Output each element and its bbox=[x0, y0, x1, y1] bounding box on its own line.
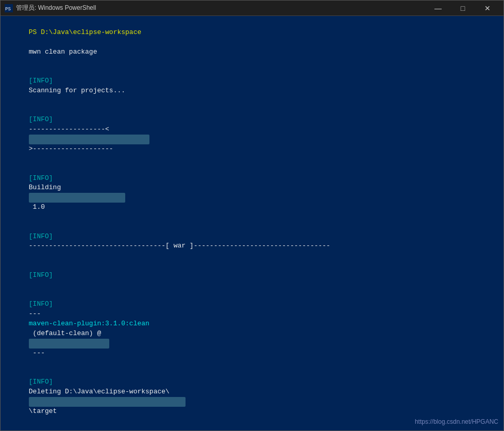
deleting-text: Deleting D:\Java\eclipse-workspace\ bbox=[29, 388, 170, 395]
output-blank-1: [INFO] bbox=[5, 261, 499, 290]
command-text: mwn clean package bbox=[29, 48, 97, 56]
separator-1b: >-------------------- bbox=[29, 145, 113, 153]
info-tag-2: [INFO] bbox=[29, 115, 57, 123]
output-line-4: [INFO] ---------------------------------… bbox=[5, 222, 499, 261]
blurred-2 bbox=[29, 193, 125, 203]
svg-text:PS: PS bbox=[5, 7, 11, 12]
info-tag-1: [INFO] bbox=[29, 77, 57, 85]
output-blank-2: [INFO] bbox=[5, 426, 499, 430]
clean-default: (default-clean) @ bbox=[29, 329, 105, 337]
powershell-window: PS 管理员: Windows PowerShell — □ ✕ PS D:\J… bbox=[0, 0, 504, 431]
info-tag-5: [INFO] bbox=[29, 300, 57, 308]
separator-1: -------------------< bbox=[29, 125, 109, 133]
blurred-1 bbox=[29, 135, 149, 144]
clean-dash: --- bbox=[29, 349, 45, 357]
title-bar: PS 管理员: Windows PowerShell — □ ✕ bbox=[1, 1, 503, 16]
separator-2: ----------------------------------[ war … bbox=[29, 242, 330, 250]
info-tag-6: [INFO] bbox=[29, 378, 57, 386]
building-text: Building bbox=[29, 184, 65, 191]
window-title: 管理员: Windows PowerShell bbox=[16, 4, 96, 12]
watermark: https://blog.csdn.net/HPGANC bbox=[415, 418, 498, 425]
scanning-text: Scanning for projects... bbox=[29, 87, 125, 94]
close-button[interactable]: ✕ bbox=[476, 1, 499, 16]
info-tag-blank1: [INFO] bbox=[29, 271, 53, 279]
maximize-button[interactable]: □ bbox=[451, 1, 475, 16]
info-tag-4: [INFO] bbox=[29, 233, 57, 240]
blurred-3 bbox=[29, 339, 109, 349]
title-bar-left: PS 管理员: Windows PowerShell bbox=[5, 4, 96, 12]
output-line-6: [INFO] Deleting D:\Java\eclipse-workspac… bbox=[5, 368, 499, 426]
prompt-text: PS D:\Java\eclipse-workspace bbox=[29, 28, 141, 36]
output-line-5: [INFO] --- maven-clean-plugin:3.1.0:clea… bbox=[5, 290, 499, 368]
prompt-line-top: PS D:\Java\eclipse-workspace mwn clean p… bbox=[5, 18, 499, 67]
dash-1: --- bbox=[29, 310, 45, 318]
command-spacer bbox=[29, 38, 198, 46]
plugin-clean: maven-clean-plugin:3.1.0:clean bbox=[29, 320, 149, 327]
console-body[interactable]: PS D:\Java\eclipse-workspace mwn clean p… bbox=[1, 16, 503, 430]
target-text: \target bbox=[29, 407, 57, 415]
window-controls: — □ ✕ bbox=[426, 1, 499, 16]
blurred-4 bbox=[29, 397, 186, 407]
minimize-button[interactable]: — bbox=[426, 1, 450, 16]
output-line-3: [INFO] Building 1.0 bbox=[5, 164, 499, 222]
output-line-1: [INFO] Scanning for projects... bbox=[5, 67, 499, 105]
version-text: 1.0 bbox=[29, 203, 45, 211]
powershell-icon: PS bbox=[5, 4, 13, 12]
info-tag-3: [INFO] bbox=[29, 174, 57, 182]
output-line-2: [INFO] -------------------< >-----------… bbox=[5, 106, 499, 164]
